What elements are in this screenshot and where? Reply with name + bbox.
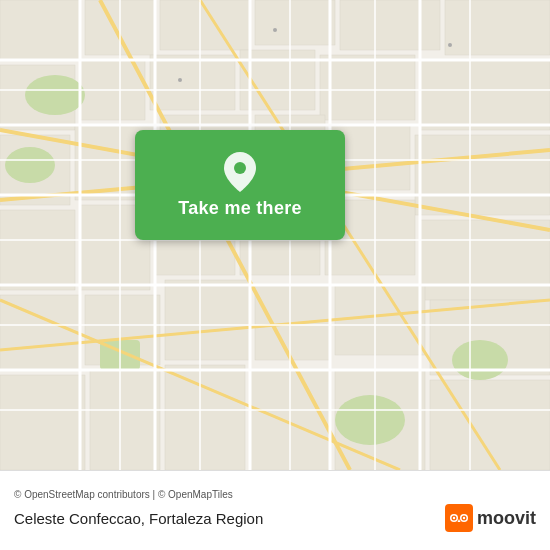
svg-rect-19 [0,210,75,290]
svg-point-69 [178,78,182,82]
location-pin-icon [224,152,256,192]
svg-rect-12 [420,60,550,130]
svg-point-38 [5,147,55,183]
svg-rect-6 [445,0,550,55]
moovit-icon [445,504,473,532]
svg-point-40 [335,395,405,445]
svg-rect-9 [150,55,235,110]
location-name: Celeste Confeccao, Fortaleza Region [14,510,263,527]
svg-rect-32 [90,370,160,470]
svg-point-41 [452,340,508,380]
svg-rect-11 [320,55,415,120]
svg-point-78 [463,517,465,519]
svg-rect-29 [335,285,425,355]
svg-rect-1 [0,0,80,60]
svg-rect-72 [445,504,473,532]
svg-point-37 [25,75,85,115]
svg-rect-24 [420,220,550,300]
svg-rect-5 [340,0,440,50]
map-attribution: © OpenStreetMap contributors | © OpenMap… [14,489,536,500]
svg-rect-31 [0,375,85,470]
svg-rect-18 [415,135,550,215]
moovit-logo: moovit [445,504,536,532]
banner-label: Take me there [178,198,302,219]
svg-point-77 [453,517,455,519]
moovit-text: moovit [477,508,536,529]
svg-point-68 [273,28,277,32]
svg-rect-4 [255,0,335,45]
svg-point-71 [234,162,246,174]
svg-point-70 [448,43,452,47]
svg-rect-27 [165,280,250,360]
svg-rect-33 [165,365,245,470]
bottom-bar: © OpenStreetMap contributors | © OpenMap… [0,470,550,550]
take-me-there-button[interactable]: Take me there [135,130,345,240]
